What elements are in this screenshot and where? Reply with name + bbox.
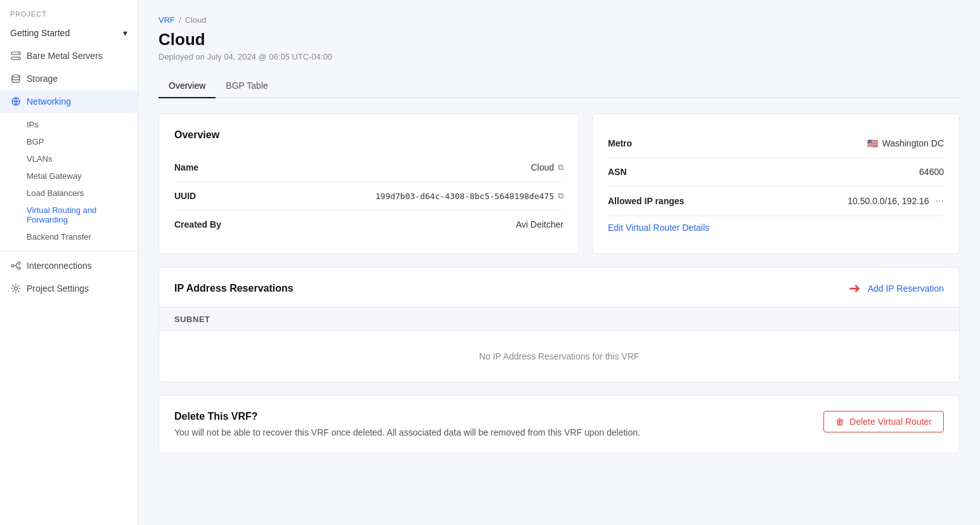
overview-row-name: Name Cloud ⧉: [174, 153, 564, 182]
sidebar-sub-vlans[interactable]: VLANs: [27, 150, 138, 167]
storage-label: Storage: [27, 74, 58, 84]
overview-card: Overview Name Cloud ⧉ UUID 199d7b03-d64c…: [158, 113, 579, 254]
delete-virtual-router-button[interactable]: 🗑 Delete Virtual Router: [823, 411, 944, 432]
svg-point-6: [11, 264, 14, 267]
subnet-column-header: Subnet: [174, 314, 210, 324]
sidebar-sub-metal-gateway[interactable]: Metal Gateway: [27, 167, 138, 185]
ip-reservations-title: IP Address Reservations: [174, 283, 293, 294]
breadcrumb-vrf-link[interactable]: VRF: [158, 15, 175, 25]
ip-table-empty: No IP Address Reservations for this VRF: [159, 331, 959, 382]
info-label-allowed-ip: Allowed IP ranges: [608, 196, 684, 206]
svg-point-7: [18, 262, 20, 264]
networking-icon: [10, 96, 22, 107]
settings-icon: [10, 283, 22, 294]
delete-vrf-description: You will not be able to recover this VRF…: [174, 427, 640, 438]
sidebar-sub-ips[interactable]: IPs: [27, 116, 138, 133]
breadcrumb-separator: /: [179, 15, 181, 25]
copy-uuid-icon[interactable]: ⧉: [558, 191, 564, 201]
tab-overview[interactable]: Overview: [158, 74, 216, 98]
page-title: Cloud: [158, 30, 960, 49]
trash-icon: 🗑: [835, 417, 844, 427]
tab-bar: Overview BGP Table: [158, 74, 960, 98]
delete-vrf-card: Delete This VRF? You will not be able to…: [158, 395, 960, 453]
add-ip-reservation-link[interactable]: Add IP Reservation: [868, 283, 944, 294]
overview-row-created-by: Created By Avi Deitcher: [174, 211, 564, 238]
sidebar-item-storage[interactable]: Storage: [0, 67, 138, 90]
svg-point-3: [18, 58, 19, 59]
sidebar-sub-load-balancers[interactable]: Load Balancers: [27, 185, 138, 202]
bare-metal-servers-label: Bare Metal Servers: [27, 51, 103, 61]
svg-point-8: [18, 267, 20, 269]
overview-cards-row: Overview Name Cloud ⧉ UUID 199d7b03-d64c…: [158, 113, 960, 254]
sidebar-item-bare-metal-servers[interactable]: Bare Metal Servers: [0, 44, 138, 67]
breadcrumb: VRF / Cloud: [158, 15, 960, 25]
details-card: Metro 🇺🇸 Washington DC ASN 64600 Allowed…: [592, 113, 960, 254]
overview-label-created-by: Created By: [174, 219, 221, 230]
more-options-icon[interactable]: ···: [936, 195, 944, 207]
info-row-asn: ASN 64600: [608, 158, 944, 186]
interconnections-label: Interconnections: [27, 261, 92, 271]
getting-started-label: Getting Started: [10, 28, 70, 38]
flag-icon: 🇺🇸: [867, 138, 878, 148]
sidebar-sub-backend-transfer[interactable]: Backend Transfer: [27, 228, 138, 245]
svg-point-9: [15, 287, 18, 290]
overview-label-name: Name: [174, 162, 198, 172]
svg-point-2: [18, 53, 19, 54]
info-label-metro: Metro: [608, 138, 632, 148]
svg-point-4: [12, 75, 20, 77]
info-row-allowed-ip: Allowed IP ranges 10.50.0.0/16, 192.16 ·…: [608, 186, 944, 216]
info-value-metro: 🇺🇸 Washington DC: [867, 138, 944, 148]
svg-rect-1: [11, 57, 20, 60]
sidebar-sub-bgp[interactable]: BGP: [27, 133, 138, 150]
overview-value-created-by: Avi Deitcher: [516, 219, 564, 230]
sidebar-getting-started[interactable]: Getting Started ▾: [0, 22, 138, 44]
main-content: VRF / Cloud Cloud Deployed on July 04, 2…: [138, 0, 980, 525]
sidebar-item-interconnections[interactable]: Interconnections: [0, 254, 138, 277]
networking-submenu: IPs BGP VLANs Metal Gateway Load Balance…: [0, 113, 138, 249]
delete-vrf-title: Delete This VRF?: [174, 411, 640, 422]
page-subtitle: Deployed on July 04, 2024 @ 06:05 UTC-04…: [158, 52, 960, 62]
sidebar-item-networking[interactable]: Networking: [0, 90, 138, 113]
delete-button-label: Delete Virtual Router: [849, 417, 932, 427]
sidebar-sub-vrf[interactable]: Virtual Routing and Forwarding: [27, 202, 138, 228]
interconnections-icon: [10, 260, 22, 271]
storage-icon: [10, 73, 22, 84]
overview-value-uuid: 199d7b03-d64c-4308-8bc5-5648198de475 ⧉: [375, 191, 564, 201]
overview-card-title: Overview: [174, 129, 564, 141]
info-value-asn: 64600: [919, 167, 944, 177]
sidebar-divider: [0, 251, 138, 252]
add-reservation-area: ➔ Add IP Reservation: [849, 280, 944, 297]
delete-vrf-info: Delete This VRF? You will not be able to…: [174, 411, 640, 438]
info-label-asn: ASN: [608, 167, 627, 177]
sidebar: PROJECT Getting Started ▾ Bare Metal Ser…: [0, 0, 138, 525]
ip-reservations-card: IP Address Reservations ➔ Add IP Reserva…: [158, 267, 960, 382]
breadcrumb-current: Cloud: [185, 15, 207, 25]
overview-label-uuid: UUID: [174, 191, 196, 201]
copy-name-icon[interactable]: ⧉: [558, 162, 564, 172]
overview-row-uuid: UUID 199d7b03-d64c-4308-8bc5-5648198de47…: [174, 182, 564, 211]
sidebar-section-label: PROJECT: [0, 0, 138, 22]
tab-bgp-table[interactable]: BGP Table: [216, 74, 278, 98]
svg-rect-0: [11, 52, 20, 55]
project-settings-label: Project Settings: [27, 283, 89, 294]
info-value-allowed-ip: 10.50.0.0/16, 192.16 ···: [848, 195, 944, 207]
ip-reservations-header: IP Address Reservations ➔ Add IP Reserva…: [159, 268, 959, 307]
info-row-metro: Metro 🇺🇸 Washington DC: [608, 129, 944, 158]
sidebar-item-project-settings[interactable]: Project Settings: [0, 277, 138, 300]
overview-value-name: Cloud ⧉: [531, 162, 564, 172]
arrow-right-icon: ➔: [849, 280, 860, 297]
edit-virtual-router-link[interactable]: Edit Virtual Router Details: [608, 223, 709, 233]
ip-table-header: Subnet: [159, 307, 959, 331]
networking-label: Networking: [27, 96, 71, 107]
servers-icon: [10, 50, 22, 62]
chevron-down-icon: ▾: [123, 28, 127, 38]
